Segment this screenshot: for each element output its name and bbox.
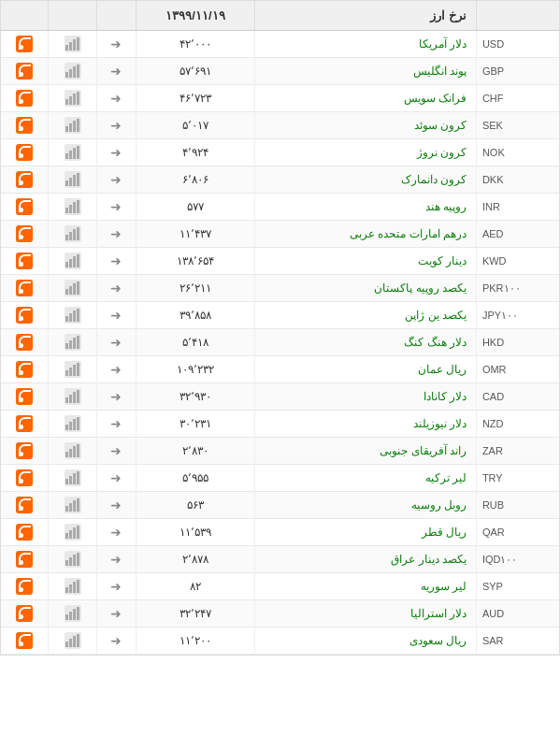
- chart-cell[interactable]: [49, 302, 97, 329]
- chart-cell[interactable]: [49, 85, 97, 112]
- rss-cell[interactable]: [1, 85, 49, 112]
- rss-icon[interactable]: [16, 36, 33, 52]
- chart-icon[interactable]: [65, 632, 81, 649]
- rss-cell[interactable]: [1, 465, 49, 492]
- chart-cell[interactable]: [49, 329, 97, 356]
- rss-cell[interactable]: [1, 194, 49, 221]
- chart-icon[interactable]: [65, 578, 81, 595]
- rss-cell[interactable]: [1, 166, 49, 194]
- chart-cell[interactable]: [49, 194, 97, 221]
- chart-icon[interactable]: [65, 253, 81, 269]
- chart-cell[interactable]: [49, 438, 97, 465]
- chart-icon[interactable]: [65, 90, 81, 107]
- chart-icon[interactable]: [65, 388, 81, 405]
- rss-cell[interactable]: [1, 221, 49, 248]
- rss-cell[interactable]: [1, 628, 49, 655]
- chart-icon[interactable]: [65, 415, 81, 432]
- rss-icon[interactable]: [16, 144, 33, 161]
- chart-icon[interactable]: [65, 225, 81, 242]
- rss-cell[interactable]: [1, 492, 49, 519]
- rss-cell[interactable]: [1, 438, 49, 465]
- chart-icon[interactable]: [65, 63, 81, 79]
- chart-cell[interactable]: [49, 411, 97, 438]
- chart-icon[interactable]: [65, 442, 81, 459]
- chart-icon[interactable]: [65, 36, 81, 52]
- table-row: SARریال سعودی۱۱٬۲۰۰➜: [1, 628, 559, 655]
- chart-cell[interactable]: [49, 628, 97, 655]
- rss-icon[interactable]: [16, 90, 33, 107]
- rss-icon[interactable]: [16, 605, 33, 622]
- currency-name: یکصد دینار عراق: [254, 546, 476, 573]
- chart-cell[interactable]: [49, 573, 97, 600]
- rss-cell[interactable]: [1, 248, 49, 275]
- chart-cell[interactable]: [49, 546, 97, 573]
- rss-icon[interactable]: [16, 388, 33, 405]
- table-row: KWDدینار کویت۱۳۸٬۶۵۴➜: [1, 248, 559, 275]
- chart-cell[interactable]: [49, 112, 97, 139]
- chart-icon[interactable]: [65, 524, 81, 541]
- svg-rect-89: [69, 639, 72, 647]
- table-row: RUBروبل روسیه۵۶۳➜: [1, 492, 559, 519]
- chart-icon[interactable]: [65, 605, 81, 622]
- rss-cell[interactable]: [1, 275, 49, 302]
- rss-cell[interactable]: [1, 383, 49, 411]
- rss-icon[interactable]: [16, 334, 33, 351]
- rss-cell[interactable]: [1, 329, 49, 356]
- rss-icon[interactable]: [16, 632, 33, 649]
- chart-icon[interactable]: [65, 198, 81, 215]
- currency-code: DKK: [476, 166, 559, 194]
- rss-icon[interactable]: [16, 578, 33, 595]
- rss-cell[interactable]: [1, 139, 49, 166]
- chart-icon[interactable]: [65, 117, 81, 134]
- chart-cell[interactable]: [49, 31, 97, 58]
- chart-cell[interactable]: [49, 58, 97, 85]
- rss-icon[interactable]: [16, 198, 33, 215]
- chart-cell[interactable]: [49, 492, 97, 519]
- rss-cell[interactable]: [1, 519, 49, 546]
- chart-cell[interactable]: [49, 248, 97, 275]
- chart-icon[interactable]: [65, 361, 81, 378]
- chart-cell[interactable]: [49, 166, 97, 194]
- chart-icon[interactable]: [65, 171, 81, 188]
- chart-icon[interactable]: [65, 469, 81, 486]
- rss-cell[interactable]: [1, 411, 49, 438]
- chart-icon[interactable]: [65, 280, 81, 296]
- svg-rect-58: [73, 419, 76, 430]
- arrow-icon: ➜: [110, 416, 122, 431]
- rss-icon[interactable]: [16, 225, 33, 242]
- rss-cell[interactable]: [1, 573, 49, 600]
- rss-icon[interactable]: [16, 497, 33, 513]
- chart-icon[interactable]: [65, 497, 81, 513]
- chart-cell[interactable]: [49, 383, 97, 411]
- rss-cell[interactable]: [1, 600, 49, 628]
- chart-icon[interactable]: [65, 551, 81, 568]
- chart-icon[interactable]: [65, 144, 81, 161]
- rss-icon[interactable]: [16, 117, 33, 134]
- rss-cell[interactable]: [1, 302, 49, 329]
- rss-cell[interactable]: [1, 58, 49, 85]
- rss-cell[interactable]: [1, 546, 49, 573]
- chart-cell[interactable]: [49, 465, 97, 492]
- rss-icon[interactable]: [16, 253, 33, 269]
- chart-cell[interactable]: [49, 519, 97, 546]
- chart-cell[interactable]: [49, 221, 97, 248]
- rss-icon[interactable]: [16, 415, 33, 432]
- rss-cell[interactable]: [1, 112, 49, 139]
- rss-cell[interactable]: [1, 31, 49, 58]
- chart-icon[interactable]: [65, 307, 81, 324]
- chart-cell[interactable]: [49, 356, 97, 383]
- rss-icon[interactable]: [16, 469, 33, 486]
- rss-icon[interactable]: [16, 171, 33, 188]
- chart-cell[interactable]: [49, 600, 97, 628]
- rss-icon[interactable]: [16, 442, 33, 459]
- rss-icon[interactable]: [16, 280, 33, 296]
- rss-icon[interactable]: [16, 63, 33, 79]
- rss-cell[interactable]: [1, 356, 49, 383]
- chart-cell[interactable]: [49, 139, 97, 166]
- rss-icon[interactable]: [16, 551, 33, 568]
- chart-icon[interactable]: [65, 334, 81, 351]
- chart-cell[interactable]: [49, 275, 97, 302]
- rss-icon[interactable]: [16, 524, 33, 541]
- rss-icon[interactable]: [16, 361, 33, 378]
- rss-icon[interactable]: [16, 307, 33, 324]
